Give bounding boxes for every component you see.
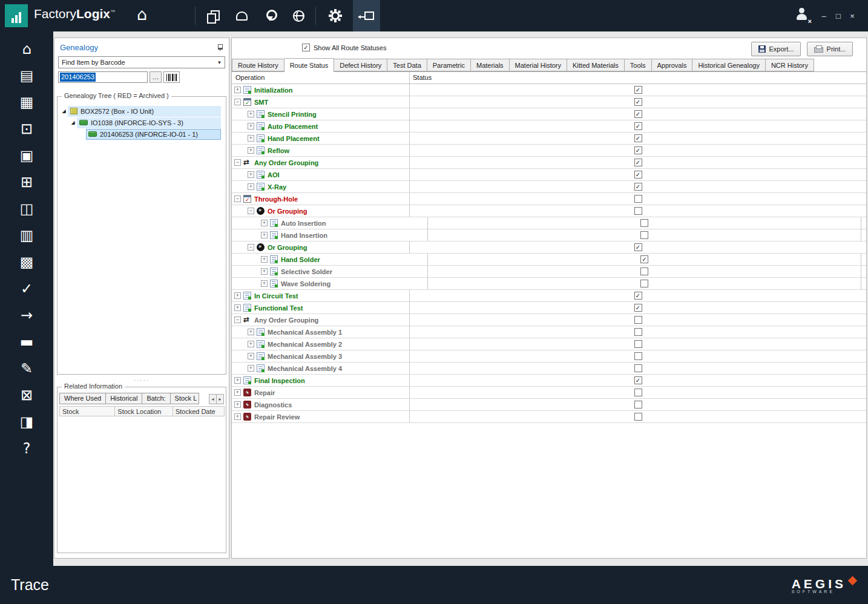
route-row-hand-solder[interactable]: +Hand Solder✓ (232, 254, 866, 266)
user-signout-icon[interactable]: × (794, 7, 810, 23)
close-button[interactable]: × (846, 0, 859, 31)
sidebar-item-data-management[interactable]: ▤ (8, 67, 45, 85)
expand-icon[interactable]: + (261, 232, 268, 238)
column-header-stock[interactable]: Stock (59, 406, 115, 416)
status-checkbox[interactable] (634, 364, 642, 372)
collapse-icon[interactable]: − (234, 159, 241, 166)
tab-test-data[interactable]: Test Data (387, 59, 427, 71)
status-checkbox[interactable] (640, 219, 648, 227)
expand-icon[interactable]: + (248, 123, 254, 130)
status-checkbox[interactable] (634, 413, 642, 421)
trace-module-icon[interactable] (353, 0, 380, 31)
tree-node-201406253-inforce-io-01-1[interactable]: 201406253 (INFORCE-IO-01 - 1) (58, 128, 221, 140)
expand-icon[interactable]: + (234, 401, 241, 408)
status-checkbox[interactable] (634, 340, 642, 348)
tab-historical-genealogy[interactable]: Historical Genealogy (692, 59, 766, 71)
route-row-through-hole[interactable]: −Through-Hole (232, 193, 866, 205)
route-row-mechanical-assembly-4[interactable]: +Mechanical Assembly 4 (232, 363, 866, 375)
expand-icon[interactable]: + (248, 171, 254, 178)
expand-icon[interactable]: + (248, 341, 254, 347)
status-checkbox[interactable] (640, 231, 648, 239)
status-checkbox[interactable]: ✓ (634, 146, 642, 154)
status-checkbox[interactable]: ✓ (634, 98, 642, 106)
sidebar-item-transfer[interactable]: → (8, 306, 45, 324)
maximize-button[interactable]: □ (832, 0, 845, 31)
settings-gear-icon[interactable] (322, 0, 349, 31)
expand-icon[interactable]: + (248, 111, 254, 117)
expand-icon[interactable]: + (261, 268, 268, 275)
status-checkbox[interactable]: ✓ (634, 171, 642, 179)
route-row-initialization[interactable]: +Initialization✓ (232, 84, 866, 96)
tab-ncr-history[interactable]: NCR History (766, 59, 814, 71)
route-row-auto-insertion[interactable]: +Auto Insertion (232, 217, 866, 229)
expand-icon[interactable]: + (234, 413, 241, 420)
sidebar-item-verification[interactable]: ✓ (8, 280, 45, 298)
barcode-scan-button[interactable] (163, 71, 180, 83)
expand-icon[interactable]: + (248, 147, 254, 154)
sidebar-item-help[interactable]: ? (8, 439, 45, 458)
show-all-checkbox[interactable]: ✓ (302, 44, 310, 51)
route-row-functional-test[interactable]: +Functional Test✓ (232, 302, 866, 314)
sidebar-item-notes[interactable]: ✎ (8, 359, 45, 378)
sidebar-item-documentation[interactable]: ▥ (8, 226, 45, 245)
expand-icon[interactable]: + (261, 256, 268, 263)
sidebar-item-copy[interactable]: ▩ (8, 253, 45, 271)
tab-route-status[interactable]: Route Status (284, 58, 335, 72)
related-tab-batch[interactable]: Batch: (142, 393, 170, 404)
expand-icon[interactable]: + (261, 280, 268, 287)
route-row-aoi[interactable]: +AOI✓ (232, 169, 866, 181)
related-tab-stock-l[interactable]: Stock L (170, 393, 199, 404)
tab-material-history[interactable]: Material History (510, 59, 567, 71)
tree-node-io1038-inforce-io-sys-3[interactable]: ◢IO1038 (INFORCE-IO-SYS - 3) (58, 117, 221, 128)
ellipsis-button[interactable]: … (150, 71, 162, 83)
route-row-smt[interactable]: −SMT✓ (232, 96, 866, 108)
minimize-button[interactable]: – (817, 0, 830, 31)
sidebar-item-production[interactable]: ▦ (8, 93, 45, 111)
route-row-diagnostics[interactable]: +Diagnostics (232, 399, 866, 411)
status-checkbox[interactable]: ✓ (634, 159, 642, 166)
route-row-any-order-grouping[interactable]: −Any Order Grouping (232, 314, 866, 326)
route-row-repair[interactable]: +Repair (232, 387, 866, 399)
status-checkbox[interactable] (634, 316, 642, 324)
export-button[interactable]: Export... (751, 42, 801, 56)
status-checkbox[interactable]: ✓ (640, 255, 648, 263)
status-checkbox[interactable]: ✓ (634, 376, 642, 384)
expand-icon[interactable]: + (248, 183, 254, 190)
status-checkbox[interactable] (640, 268, 648, 275)
route-row-auto-placement[interactable]: +Auto Placement✓ (232, 120, 866, 133)
route-row-stencil-printing[interactable]: +Stencil Printing✓ (232, 108, 866, 120)
expand-icon[interactable]: + (234, 304, 241, 311)
status-checkbox[interactable]: ✓ (634, 122, 642, 130)
route-row-mechanical-assembly-1[interactable]: +Mechanical Assembly 1 (232, 326, 866, 338)
route-row-repair-review[interactable]: +Repair Review (232, 411, 866, 423)
route-row-mechanical-assembly-3[interactable]: +Mechanical Assembly 3 (232, 350, 866, 363)
tab-kitted-materials[interactable]: Kitted Materials (567, 59, 625, 71)
expand-icon[interactable]: + (234, 377, 241, 384)
tab-tools[interactable]: Tools (625, 59, 652, 71)
column-header-stock-location[interactable]: Stock Location (114, 406, 173, 416)
expand-icon[interactable]: + (248, 353, 254, 359)
route-row-or-grouping[interactable]: −Or Grouping✓ (232, 241, 866, 254)
sidebar-item-badge[interactable]: ▬ (8, 333, 45, 351)
tab-route-history[interactable]: Route History (232, 59, 284, 71)
route-row-in-circuit-test[interactable]: +In Circuit Test✓ (232, 290, 866, 302)
route-row-final-inspection[interactable]: +Final Inspection✓ (232, 375, 866, 387)
column-header-status[interactable]: Status (410, 72, 866, 84)
status-checkbox[interactable]: ✓ (634, 243, 642, 251)
tree-expanded-icon[interactable]: ◢ (69, 120, 77, 125)
route-row-reflow[interactable]: +Reflow✓ (232, 145, 866, 157)
expand-icon[interactable]: + (248, 365, 254, 372)
route-row-x-ray[interactable]: +X-Ray✓ (232, 181, 866, 193)
sidebar-item-home[interactable]: ⌂ (8, 40, 45, 58)
sidebar-item-warehouse[interactable]: ◫ (8, 200, 45, 218)
barcode-input[interactable]: 201406253 (58, 71, 148, 83)
route-row-hand-placement[interactable]: +Hand Placement✓ (232, 133, 866, 145)
related-tab-historical[interactable]: Historical (105, 393, 142, 404)
route-row-mechanical-assembly-2[interactable]: +Mechanical Assembly 2 (232, 338, 866, 350)
route-row-or-grouping[interactable]: −Or Grouping (232, 205, 866, 217)
status-checkbox[interactable] (634, 195, 642, 203)
route-row-selective-solder[interactable]: +Selective Solder (232, 266, 866, 278)
tab-materials[interactable]: Materials (471, 59, 510, 71)
documents-icon[interactable] (200, 0, 226, 31)
collapse-icon[interactable]: − (248, 208, 254, 214)
